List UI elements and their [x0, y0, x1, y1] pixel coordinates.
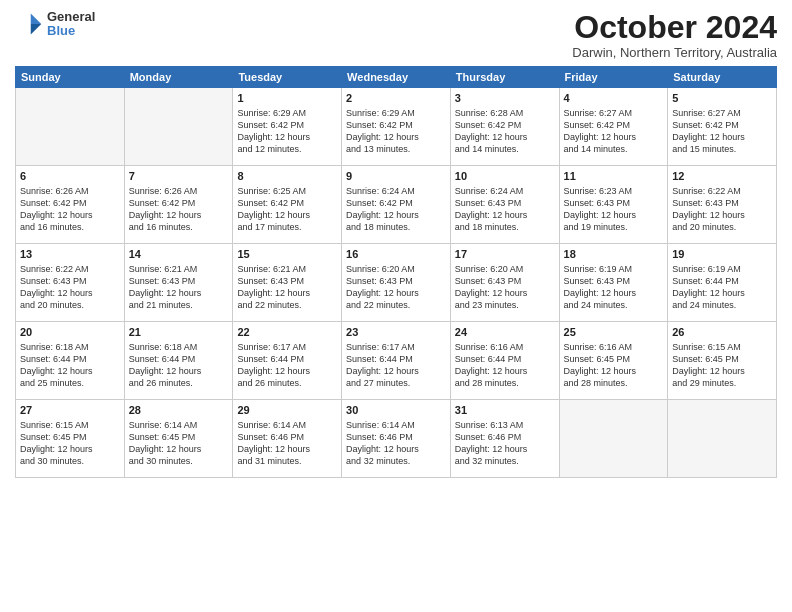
logo-line1: General — [47, 10, 95, 24]
table-row — [124, 88, 233, 166]
table-row: 16Sunrise: 6:20 AMSunset: 6:43 PMDayligh… — [342, 244, 451, 322]
month-title: October 2024 — [572, 10, 777, 45]
svg-marker-1 — [31, 24, 42, 35]
day-number: 14 — [129, 247, 229, 262]
day-info: Sunrise: 6:26 AMSunset: 6:42 PMDaylight:… — [20, 185, 120, 234]
day-info: Sunrise: 6:27 AMSunset: 6:42 PMDaylight:… — [672, 107, 772, 156]
calendar-week-row: 1Sunrise: 6:29 AMSunset: 6:42 PMDaylight… — [16, 88, 777, 166]
col-sunday: Sunday — [16, 67, 125, 88]
day-info: Sunrise: 6:21 AMSunset: 6:43 PMDaylight:… — [237, 263, 337, 312]
table-row: 22Sunrise: 6:17 AMSunset: 6:44 PMDayligh… — [233, 322, 342, 400]
table-row: 1Sunrise: 6:29 AMSunset: 6:42 PMDaylight… — [233, 88, 342, 166]
day-info: Sunrise: 6:15 AMSunset: 6:45 PMDaylight:… — [672, 341, 772, 390]
day-info: Sunrise: 6:29 AMSunset: 6:42 PMDaylight:… — [346, 107, 446, 156]
day-info: Sunrise: 6:28 AMSunset: 6:42 PMDaylight:… — [455, 107, 555, 156]
calendar-week-row: 27Sunrise: 6:15 AMSunset: 6:45 PMDayligh… — [16, 400, 777, 478]
day-info: Sunrise: 6:25 AMSunset: 6:42 PMDaylight:… — [237, 185, 337, 234]
day-info: Sunrise: 6:26 AMSunset: 6:42 PMDaylight:… — [129, 185, 229, 234]
table-row: 25Sunrise: 6:16 AMSunset: 6:45 PMDayligh… — [559, 322, 668, 400]
day-info: Sunrise: 6:29 AMSunset: 6:42 PMDaylight:… — [237, 107, 337, 156]
table-row: 14Sunrise: 6:21 AMSunset: 6:43 PMDayligh… — [124, 244, 233, 322]
day-number: 22 — [237, 325, 337, 340]
day-number: 19 — [672, 247, 772, 262]
calendar-header-row: Sunday Monday Tuesday Wednesday Thursday… — [16, 67, 777, 88]
day-info: Sunrise: 6:22 AMSunset: 6:43 PMDaylight:… — [672, 185, 772, 234]
table-row: 12Sunrise: 6:22 AMSunset: 6:43 PMDayligh… — [668, 166, 777, 244]
table-row: 18Sunrise: 6:19 AMSunset: 6:43 PMDayligh… — [559, 244, 668, 322]
day-number: 17 — [455, 247, 555, 262]
table-row: 23Sunrise: 6:17 AMSunset: 6:44 PMDayligh… — [342, 322, 451, 400]
table-row: 10Sunrise: 6:24 AMSunset: 6:43 PMDayligh… — [450, 166, 559, 244]
day-number: 28 — [129, 403, 229, 418]
day-info: Sunrise: 6:20 AMSunset: 6:43 PMDaylight:… — [455, 263, 555, 312]
table-row: 26Sunrise: 6:15 AMSunset: 6:45 PMDayligh… — [668, 322, 777, 400]
table-row: 19Sunrise: 6:19 AMSunset: 6:44 PMDayligh… — [668, 244, 777, 322]
day-number: 9 — [346, 169, 446, 184]
day-info: Sunrise: 6:19 AMSunset: 6:43 PMDaylight:… — [564, 263, 664, 312]
day-info: Sunrise: 6:14 AMSunset: 6:46 PMDaylight:… — [237, 419, 337, 468]
day-info: Sunrise: 6:18 AMSunset: 6:44 PMDaylight:… — [129, 341, 229, 390]
table-row: 20Sunrise: 6:18 AMSunset: 6:44 PMDayligh… — [16, 322, 125, 400]
col-friday: Friday — [559, 67, 668, 88]
day-info: Sunrise: 6:13 AMSunset: 6:46 PMDaylight:… — [455, 419, 555, 468]
day-number: 6 — [20, 169, 120, 184]
title-block: October 2024 Darwin, Northern Territory,… — [572, 10, 777, 60]
table-row: 11Sunrise: 6:23 AMSunset: 6:43 PMDayligh… — [559, 166, 668, 244]
table-row: 8Sunrise: 6:25 AMSunset: 6:42 PMDaylight… — [233, 166, 342, 244]
day-number: 13 — [20, 247, 120, 262]
day-info: Sunrise: 6:27 AMSunset: 6:42 PMDaylight:… — [564, 107, 664, 156]
day-number: 7 — [129, 169, 229, 184]
table-row — [16, 88, 125, 166]
table-row: 7Sunrise: 6:26 AMSunset: 6:42 PMDaylight… — [124, 166, 233, 244]
col-saturday: Saturday — [668, 67, 777, 88]
table-row: 24Sunrise: 6:16 AMSunset: 6:44 PMDayligh… — [450, 322, 559, 400]
day-info: Sunrise: 6:21 AMSunset: 6:43 PMDaylight:… — [129, 263, 229, 312]
day-number: 31 — [455, 403, 555, 418]
logo-line2: Blue — [47, 24, 95, 38]
day-number: 8 — [237, 169, 337, 184]
table-row: 30Sunrise: 6:14 AMSunset: 6:46 PMDayligh… — [342, 400, 451, 478]
day-number: 4 — [564, 91, 664, 106]
day-number: 11 — [564, 169, 664, 184]
day-info: Sunrise: 6:18 AMSunset: 6:44 PMDaylight:… — [20, 341, 120, 390]
table-row: 15Sunrise: 6:21 AMSunset: 6:43 PMDayligh… — [233, 244, 342, 322]
header: General Blue October 2024 Darwin, Northe… — [15, 10, 777, 60]
svg-marker-0 — [31, 14, 42, 25]
table-row: 21Sunrise: 6:18 AMSunset: 6:44 PMDayligh… — [124, 322, 233, 400]
calendar-week-row: 13Sunrise: 6:22 AMSunset: 6:43 PMDayligh… — [16, 244, 777, 322]
day-number: 2 — [346, 91, 446, 106]
table-row: 29Sunrise: 6:14 AMSunset: 6:46 PMDayligh… — [233, 400, 342, 478]
day-info: Sunrise: 6:16 AMSunset: 6:44 PMDaylight:… — [455, 341, 555, 390]
day-number: 24 — [455, 325, 555, 340]
day-number: 21 — [129, 325, 229, 340]
calendar-week-row: 6Sunrise: 6:26 AMSunset: 6:42 PMDaylight… — [16, 166, 777, 244]
day-number: 10 — [455, 169, 555, 184]
day-number: 5 — [672, 91, 772, 106]
day-info: Sunrise: 6:16 AMSunset: 6:45 PMDaylight:… — [564, 341, 664, 390]
logo-icon — [15, 10, 43, 38]
day-info: Sunrise: 6:14 AMSunset: 6:46 PMDaylight:… — [346, 419, 446, 468]
day-number: 18 — [564, 247, 664, 262]
page: General Blue October 2024 Darwin, Northe… — [0, 0, 792, 612]
table-row — [668, 400, 777, 478]
logo: General Blue — [15, 10, 95, 39]
table-row: 27Sunrise: 6:15 AMSunset: 6:45 PMDayligh… — [16, 400, 125, 478]
day-number: 27 — [20, 403, 120, 418]
day-info: Sunrise: 6:22 AMSunset: 6:43 PMDaylight:… — [20, 263, 120, 312]
day-info: Sunrise: 6:17 AMSunset: 6:44 PMDaylight:… — [237, 341, 337, 390]
table-row: 13Sunrise: 6:22 AMSunset: 6:43 PMDayligh… — [16, 244, 125, 322]
calendar-week-row: 20Sunrise: 6:18 AMSunset: 6:44 PMDayligh… — [16, 322, 777, 400]
day-number: 15 — [237, 247, 337, 262]
day-number: 3 — [455, 91, 555, 106]
col-tuesday: Tuesday — [233, 67, 342, 88]
calendar-table: Sunday Monday Tuesday Wednesday Thursday… — [15, 66, 777, 478]
table-row: 9Sunrise: 6:24 AMSunset: 6:42 PMDaylight… — [342, 166, 451, 244]
day-number: 30 — [346, 403, 446, 418]
day-info: Sunrise: 6:23 AMSunset: 6:43 PMDaylight:… — [564, 185, 664, 234]
day-info: Sunrise: 6:14 AMSunset: 6:45 PMDaylight:… — [129, 419, 229, 468]
col-thursday: Thursday — [450, 67, 559, 88]
table-row: 5Sunrise: 6:27 AMSunset: 6:42 PMDaylight… — [668, 88, 777, 166]
day-info: Sunrise: 6:20 AMSunset: 6:43 PMDaylight:… — [346, 263, 446, 312]
table-row: 3Sunrise: 6:28 AMSunset: 6:42 PMDaylight… — [450, 88, 559, 166]
day-info: Sunrise: 6:24 AMSunset: 6:42 PMDaylight:… — [346, 185, 446, 234]
